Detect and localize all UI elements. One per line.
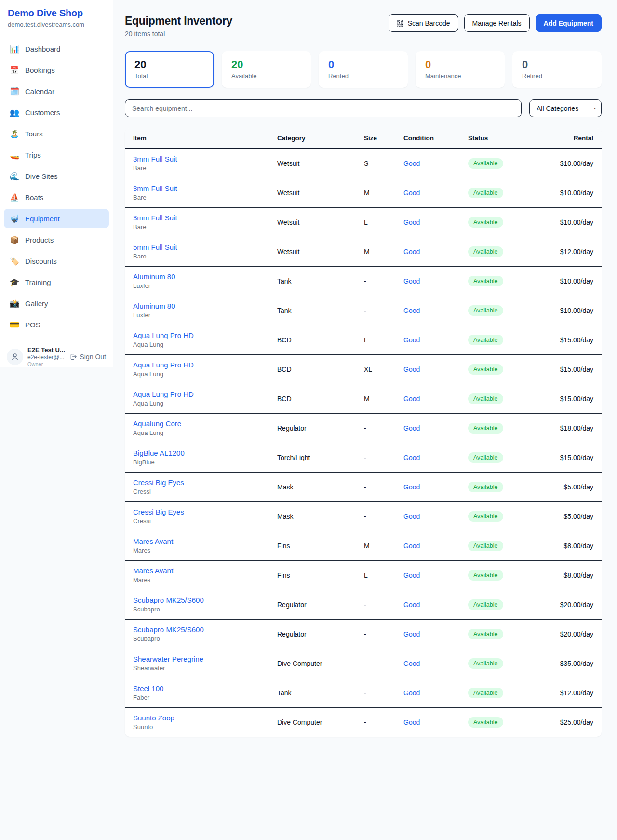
sidebar-item-pos[interactable]: 💳POS xyxy=(4,315,109,334)
sidebar-item-trips[interactable]: 🚤Trips xyxy=(4,145,109,164)
size-cell: L xyxy=(360,560,400,590)
item-name-link[interactable]: Aqualung Core xyxy=(133,420,269,428)
item-name-link[interactable]: Mares Avanti xyxy=(133,537,269,545)
status-cell: Available xyxy=(464,149,541,178)
sidebar-item-label: POS xyxy=(25,321,40,329)
sidebar-item-tours[interactable]: 🏝️Tours xyxy=(4,124,109,143)
item-name-link[interactable]: 3mm Full Suit xyxy=(133,214,269,222)
category-cell: Tank xyxy=(273,678,360,707)
item-brand: Shearwater xyxy=(133,664,269,672)
size-cell: - xyxy=(360,266,400,296)
sidebar-item-bookings[interactable]: 📅Bookings xyxy=(4,60,109,80)
scan-barcode-button[interactable]: Scan Barcode xyxy=(389,14,458,32)
stat-card-available[interactable]: 20Available xyxy=(222,51,311,88)
category-value: Wetsuit xyxy=(277,248,299,256)
item-name-link[interactable]: Steel 100 xyxy=(133,684,269,692)
page-header: Equipment Inventory 20 items total Scan … xyxy=(125,14,602,38)
stat-card-retired[interactable]: 0Retired xyxy=(512,51,602,88)
spiral-calendar-icon: 🗓️ xyxy=(10,87,19,96)
table-row: Cressi Big EyesCressiMask-GoodAvailable$… xyxy=(125,501,602,531)
item-name-link[interactable]: Cressi Big Eyes xyxy=(133,508,269,516)
condition-link[interactable]: Good xyxy=(403,160,420,167)
column-header-size: Size xyxy=(360,128,400,149)
status-badge: Available xyxy=(468,658,503,669)
sidebar-item-customers[interactable]: 👥Customers xyxy=(4,103,109,122)
sidebar-user-section: E2E Test U... e2e-tester@... Owner Sign … xyxy=(0,341,113,373)
condition-link[interactable]: Good xyxy=(403,718,420,726)
condition-link[interactable]: Good xyxy=(403,424,420,432)
item-name-link[interactable]: Aluminum 80 xyxy=(133,302,269,310)
condition-link[interactable]: Good xyxy=(403,277,420,285)
condition-link[interactable]: Good xyxy=(403,660,420,667)
condition-link[interactable]: Good xyxy=(403,307,420,314)
category-filter-select[interactable]: All Categories xyxy=(529,99,602,117)
condition-link[interactable]: Good xyxy=(403,454,420,461)
item-name-link[interactable]: Suunto Zoop xyxy=(133,714,269,722)
item-name-link[interactable]: Aluminum 80 xyxy=(133,272,269,281)
item-name-link[interactable]: 5mm Full Suit xyxy=(133,243,269,251)
sidebar-item-dashboard[interactable]: 📊Dashboard xyxy=(4,39,109,58)
condition-link[interactable]: Good xyxy=(403,513,420,520)
condition-link[interactable]: Good xyxy=(403,395,420,403)
condition-link[interactable]: Good xyxy=(403,336,420,344)
add-equipment-button[interactable]: Add Equipment xyxy=(536,14,602,32)
item-name-link[interactable]: BigBlue AL1200 xyxy=(133,449,269,457)
category-cell: Dive Computer xyxy=(273,707,360,737)
category-cell: Fins xyxy=(273,531,360,560)
sidebar-item-products[interactable]: 📦Products xyxy=(4,230,109,249)
sidebar-item-boats[interactable]: ⛵Boats xyxy=(4,188,109,207)
condition-link[interactable]: Good xyxy=(403,189,420,197)
title-block: Equipment Inventory 20 items total xyxy=(125,14,232,38)
sign-out-icon xyxy=(69,353,77,361)
sidebar-item-label: Calendar xyxy=(25,87,54,95)
table-row: Scubapro MK25/S600ScubaproRegulator-Good… xyxy=(125,619,602,649)
condition-link[interactable]: Good xyxy=(403,483,420,491)
condition-link[interactable]: Good xyxy=(403,630,420,638)
stat-card-maintenance[interactable]: 0Maintenance xyxy=(416,51,505,88)
item-cell: 3mm Full SuitBare xyxy=(125,178,273,207)
item-name-link[interactable]: 3mm Full Suit xyxy=(133,184,269,192)
item-name-link[interactable]: Aqua Lung Pro HD xyxy=(133,390,269,398)
size-cell: M xyxy=(360,237,400,266)
shop-domain: demo.test.divestreams.com xyxy=(8,21,105,28)
condition-link[interactable]: Good xyxy=(403,689,420,697)
status-badge: Available xyxy=(468,217,503,228)
sign-out-button[interactable]: Sign Out xyxy=(69,353,106,361)
sidebar-item-calendar[interactable]: 🗓️Calendar xyxy=(4,81,109,101)
item-name-link[interactable]: Scubapro MK25/S600 xyxy=(133,596,269,604)
status-badge: Available xyxy=(468,541,503,551)
item-name-link[interactable]: Aqua Lung Pro HD xyxy=(133,361,269,369)
sidebar-nav: 📊Dashboard📅Bookings🗓️Calendar👥Customers🏝… xyxy=(0,35,113,338)
category-cell: Dive Computer xyxy=(273,649,360,678)
condition-cell: Good xyxy=(400,707,464,737)
condition-link[interactable]: Good xyxy=(403,542,420,550)
condition-link[interactable]: Good xyxy=(403,248,420,256)
condition-link[interactable]: Good xyxy=(403,366,420,373)
item-name-link[interactable]: Mares Avanti xyxy=(133,567,269,575)
size-cell: M xyxy=(360,531,400,560)
item-name-link[interactable]: Shearwater Peregrine xyxy=(133,655,269,663)
sidebar-item-gallery[interactable]: 📸Gallery xyxy=(4,294,109,313)
rental-value: $18.00/day xyxy=(541,413,602,443)
stat-card-total[interactable]: 20Total xyxy=(125,51,214,88)
sidebar-item-dive-sites[interactable]: 🌊Dive Sites xyxy=(4,166,109,186)
item-name-link[interactable]: Cressi Big Eyes xyxy=(133,478,269,487)
sidebar-item-training[interactable]: 🎓Training xyxy=(4,272,109,292)
manage-rentals-button[interactable]: Manage Rentals xyxy=(464,14,530,32)
item-name-link[interactable]: Aqua Lung Pro HD xyxy=(133,331,269,339)
condition-link[interactable]: Good xyxy=(403,218,420,226)
item-name-link[interactable]: 3mm Full Suit xyxy=(133,155,269,163)
category-value: Wetsuit xyxy=(277,218,299,226)
stat-card-rented[interactable]: 0Rented xyxy=(319,51,408,88)
sidebar-item-equipment[interactable]: 🤿Equipment xyxy=(4,209,109,228)
table-row: Mares AvantiMaresFinsMGoodAvailable$8.00… xyxy=(125,531,602,560)
brand-block: Demo Dive Shop demo.test.divestreams.com xyxy=(0,0,113,35)
item-brand: Cressi xyxy=(133,517,269,525)
item-cell: Aluminum 80Luxfer xyxy=(125,266,273,296)
sidebar-item-label: Tours xyxy=(25,130,43,138)
item-name-link[interactable]: Scubapro MK25/S600 xyxy=(133,625,269,634)
condition-link[interactable]: Good xyxy=(403,601,420,609)
condition-link[interactable]: Good xyxy=(403,571,420,579)
search-input[interactable] xyxy=(125,99,522,117)
sidebar-item-discounts[interactable]: 🏷️Discounts xyxy=(4,251,109,271)
